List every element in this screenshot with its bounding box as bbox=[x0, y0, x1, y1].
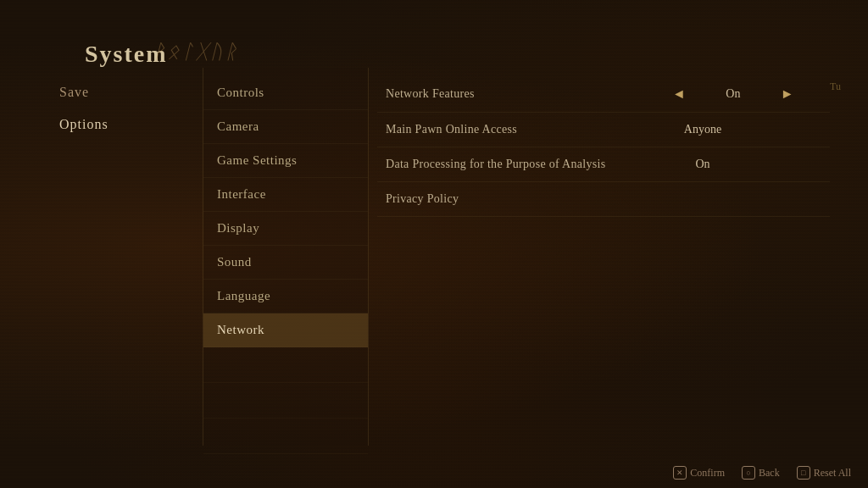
settings-label-privacy-policy: Privacy Policy bbox=[386, 192, 669, 206]
action-reset: □ Reset All bbox=[797, 466, 851, 480]
reset-label: Reset All bbox=[814, 467, 851, 480]
reset-icon: □ bbox=[797, 466, 810, 480]
middle-panel: Controls Camera Game Settings Interface … bbox=[203, 68, 369, 446]
settings-row-pawn-access[interactable]: Main Pawn Online Access Anyone bbox=[377, 113, 830, 147]
settings-value-network-features: On bbox=[699, 87, 767, 101]
action-back: ○ Back bbox=[742, 466, 780, 480]
menu-item-network[interactable]: Network bbox=[203, 313, 368, 347]
back-icon: ○ bbox=[742, 466, 755, 480]
menu-item-language[interactable]: Language bbox=[203, 280, 368, 313]
settings-control-pawn-access: Anyone bbox=[669, 123, 821, 136]
settings-label-data-processing: Data Processing for the Purpose of Analy… bbox=[386, 158, 669, 171]
settings-label-pawn-access: Main Pawn Online Access bbox=[386, 123, 669, 136]
left-panel: Save Options bbox=[42, 68, 203, 446]
arrow-right-network-features[interactable]: ► bbox=[777, 86, 798, 102]
settings-label-network-features: Network Features bbox=[386, 87, 669, 101]
menu-empty-3 bbox=[203, 419, 368, 454]
right-panel: Network Features ◄ On ► Main Pawn Online… bbox=[369, 68, 830, 446]
left-menu-options[interactable]: Options bbox=[42, 108, 203, 141]
menu-item-game-settings[interactable]: Game Settings bbox=[203, 144, 368, 178]
settings-row-network-features[interactable]: Network Features ◄ On ► bbox=[377, 76, 830, 113]
menu-item-display[interactable]: Display bbox=[203, 212, 368, 246]
main-container: System ᚹᛟᛚᚷᚢᚱ Save Options Controls Came… bbox=[0, 0, 868, 488]
far-right-hint: Tu bbox=[830, 68, 851, 446]
content-area: Save Options Controls Camera Game Settin… bbox=[42, 68, 851, 446]
menu-empty-4 bbox=[203, 454, 368, 488]
menu-item-interface[interactable]: Interface bbox=[203, 178, 368, 212]
arrow-left-network-features[interactable]: ◄ bbox=[669, 86, 689, 102]
settings-control-network-features: ◄ On ► bbox=[669, 86, 821, 102]
bottom-bar: ✕ Confirm ○ Back □ Reset All bbox=[673, 466, 851, 480]
settings-row-privacy-policy[interactable]: Privacy Policy bbox=[377, 182, 830, 217]
menu-empty-1 bbox=[203, 347, 368, 383]
confirm-icon: ✕ bbox=[673, 466, 687, 480]
action-confirm: ✕ Confirm bbox=[673, 466, 725, 480]
settings-row-data-processing[interactable]: Data Processing for the Purpose of Analy… bbox=[377, 147, 830, 182]
title-decoration: ᚹᛟᛚᚷᚢᚱ bbox=[153, 41, 239, 64]
menu-empty-2 bbox=[203, 383, 368, 419]
back-label: Back bbox=[759, 467, 780, 480]
settings-value-pawn-access: Anyone bbox=[669, 123, 737, 136]
menu-item-camera[interactable]: Camera bbox=[203, 110, 368, 144]
left-menu-save[interactable]: Save bbox=[42, 76, 203, 108]
settings-value-data-processing: On bbox=[669, 158, 737, 171]
menu-item-controls[interactable]: Controls bbox=[203, 76, 368, 110]
confirm-label: Confirm bbox=[690, 467, 725, 480]
menu-item-sound[interactable]: Sound bbox=[203, 246, 368, 280]
settings-control-data-processing: On bbox=[669, 158, 821, 171]
